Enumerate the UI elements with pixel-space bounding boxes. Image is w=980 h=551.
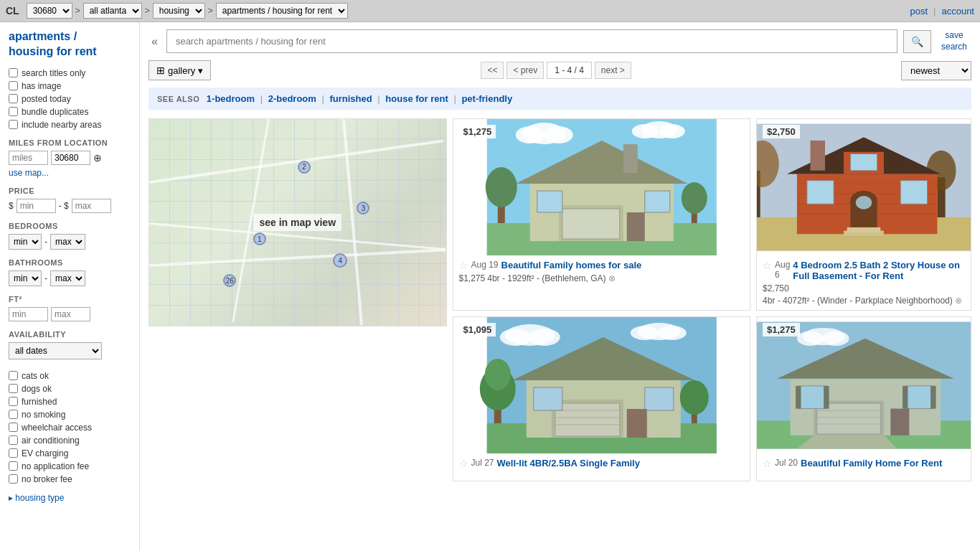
svg-point-46 bbox=[499, 329, 531, 346]
air-conditioning-label[interactable]: air conditioning bbox=[9, 435, 131, 446]
favorite-star-2[interactable]: ☆ bbox=[763, 260, 772, 271]
search-button[interactable]: 🔍 bbox=[903, 30, 931, 53]
bedrooms-min-select[interactable]: min12345 bbox=[9, 234, 42, 250]
favorite-star-3[interactable]: ☆ bbox=[459, 458, 468, 469]
no-broker-fee-label[interactable]: no broker fee bbox=[9, 474, 131, 484]
bedrooms-label: BEDROOMS bbox=[9, 222, 131, 230]
svg-rect-9 bbox=[626, 212, 644, 241]
gallery-dropdown-icon: ▾ bbox=[198, 65, 203, 76]
miles-zip-input[interactable] bbox=[51, 151, 90, 165]
furnished-label[interactable]: furnished bbox=[9, 397, 131, 407]
dogs-ok-checkbox[interactable] bbox=[9, 384, 18, 393]
price-min-input[interactable] bbox=[17, 199, 56, 213]
posted-today-checkbox[interactable] bbox=[9, 94, 18, 103]
prev-page-button[interactable]: < prev bbox=[507, 62, 544, 79]
bathrooms-min-select[interactable]: min123 bbox=[9, 270, 42, 286]
no-application-fee-label[interactable]: no application fee bbox=[9, 461, 131, 471]
ft2-max-input[interactable] bbox=[51, 307, 90, 321]
include-nearby-checkbox[interactable] bbox=[9, 120, 18, 129]
posted-today-label[interactable]: posted today bbox=[9, 94, 131, 104]
ev-charging-label[interactable]: EV charging bbox=[9, 448, 131, 458]
housing-type-link[interactable]: ▸ housing type bbox=[9, 493, 131, 503]
sort-select[interactable]: newest oldest price: low price: high bbox=[901, 61, 971, 80]
map-label[interactable]: see in map view bbox=[253, 214, 341, 231]
cats-ok-checkbox[interactable] bbox=[9, 371, 18, 380]
favorite-star-4[interactable]: ☆ bbox=[763, 458, 772, 469]
search-input[interactable] bbox=[166, 29, 897, 53]
next-page-button[interactable]: next > bbox=[595, 62, 631, 79]
no-smoking-label[interactable]: no smoking bbox=[9, 410, 131, 420]
svg-point-50 bbox=[657, 326, 686, 340]
account-link[interactable]: account bbox=[941, 6, 974, 17]
listing-date-title-4: ☆ Jul 20 Beautiful Family Home For Rent bbox=[763, 458, 965, 469]
sidebar: apartments / housing for rent search tit… bbox=[0, 22, 140, 550]
listing-price-1: $1,275 bbox=[459, 125, 496, 138]
has-image-checkbox[interactable] bbox=[9, 81, 18, 90]
arrow-3: > bbox=[208, 6, 213, 16]
svg-rect-59 bbox=[533, 387, 562, 410]
listing-title-3[interactable]: Well-lit 4BR/2.5BA Single Family bbox=[497, 458, 640, 468]
see-also-house-for-rent[interactable]: house for rent bbox=[385, 93, 448, 104]
listing-info-4: ☆ Jul 20 Beautiful Family Home For Rent bbox=[757, 453, 971, 476]
zip-select[interactable]: 30680 bbox=[27, 3, 72, 19]
ft2-min-input[interactable] bbox=[9, 307, 48, 321]
use-map-link[interactable]: use map... bbox=[9, 168, 49, 178]
include-nearby-label[interactable]: include nearby areas bbox=[9, 120, 131, 130]
save-search-button[interactable]: save search bbox=[937, 30, 971, 52]
no-application-fee-checkbox[interactable] bbox=[9, 461, 18, 471]
map-view[interactable]: 2 3 1 4 26 see in map view bbox=[149, 118, 447, 326]
toolbar-row: ⊞ gallery ▾ << < prev 1 - 4 / 4 next > n… bbox=[149, 60, 971, 80]
listing-date-title-1: ☆ Aug 19 Beautiful Family homes for sale bbox=[459, 260, 745, 271]
remove-listing-1[interactable]: ⊗ bbox=[608, 273, 616, 283]
ft2-label: FT² bbox=[9, 295, 131, 303]
pagination: << < prev 1 - 4 / 4 next > bbox=[481, 62, 631, 79]
listing-info-3: ☆ Jul 27 Well-lit 4BR/2.5BA Single Famil… bbox=[453, 453, 750, 476]
post-link[interactable]: post bbox=[910, 6, 928, 17]
search-titles-only-checkbox[interactable] bbox=[9, 68, 18, 77]
bundle-duplicates-checkbox[interactable] bbox=[9, 107, 18, 116]
listing-card-2: $2,750 ☆ Aug 6 4 Bedroom 2.5 Bath 2 Stor… bbox=[756, 118, 971, 311]
region-select[interactable]: all atlanta bbox=[83, 3, 142, 19]
miles-label: MILES FROM LOCATION bbox=[9, 138, 131, 147]
svg-point-16 bbox=[544, 126, 573, 143]
ft2-section: FT² bbox=[9, 295, 131, 321]
favorite-star-1[interactable]: ☆ bbox=[459, 260, 468, 271]
search-titles-only-label[interactable]: search titles only bbox=[9, 68, 131, 78]
location-icon[interactable]: ⊕ bbox=[93, 152, 102, 164]
cats-ok-label[interactable]: cats ok bbox=[9, 371, 131, 381]
miles-input[interactable] bbox=[9, 151, 48, 165]
bundle-duplicates-label[interactable]: bundle duplicates bbox=[9, 107, 131, 117]
see-also-furnished[interactable]: furnished bbox=[329, 93, 372, 104]
dogs-ok-label[interactable]: dogs ok bbox=[9, 384, 131, 394]
category-select[interactable]: housing bbox=[153, 3, 205, 19]
no-broker-fee-checkbox[interactable] bbox=[9, 474, 18, 484]
no-smoking-checkbox[interactable] bbox=[9, 410, 18, 419]
ft2-row bbox=[9, 307, 131, 321]
search-bar-row: « 🔍 save search bbox=[149, 29, 971, 53]
see-also-1bedroom[interactable]: 1-bedroom bbox=[207, 93, 255, 104]
subcategory-select[interactable]: apartments / housing for rent bbox=[216, 3, 348, 19]
remove-listing-2[interactable]: ⊗ bbox=[955, 296, 962, 306]
gallery-button[interactable]: ⊞ gallery ▾ bbox=[149, 60, 211, 80]
listing-title-1[interactable]: Beautiful Family homes for sale bbox=[501, 260, 642, 270]
availability-select[interactable]: all dates bbox=[9, 342, 102, 359]
ev-charging-checkbox[interactable] bbox=[9, 448, 18, 458]
svg-point-40 bbox=[856, 196, 872, 209]
svg-rect-4 bbox=[623, 144, 637, 173]
listing-title-4[interactable]: Beautiful Family Home For Rent bbox=[801, 458, 942, 468]
bathrooms-max-select[interactable]: max123 bbox=[50, 270, 85, 286]
amenities-section: cats ok dogs ok furnished no smoking whe… bbox=[9, 371, 131, 484]
wheelchair-access-label[interactable]: wheelchair access bbox=[9, 423, 131, 433]
wheelchair-access-checkbox[interactable] bbox=[9, 423, 18, 432]
air-conditioning-checkbox[interactable] bbox=[9, 435, 18, 445]
first-page-button[interactable]: << bbox=[481, 62, 504, 79]
furnished-checkbox[interactable] bbox=[9, 397, 18, 406]
see-also-2bedroom[interactable]: 2-bedroom bbox=[268, 93, 316, 104]
bedrooms-max-select[interactable]: max12345 bbox=[50, 234, 85, 250]
listing-title-2[interactable]: 4 Bedroom 2.5 Bath 2 Story House on Full… bbox=[793, 260, 965, 281]
collapse-button[interactable]: « bbox=[149, 32, 161, 51]
price-max-input[interactable] bbox=[72, 199, 111, 213]
svg-rect-84 bbox=[903, 386, 908, 409]
has-image-label[interactable]: has image bbox=[9, 81, 131, 91]
see-also-pet-friendly[interactable]: pet-friendly bbox=[461, 93, 512, 104]
